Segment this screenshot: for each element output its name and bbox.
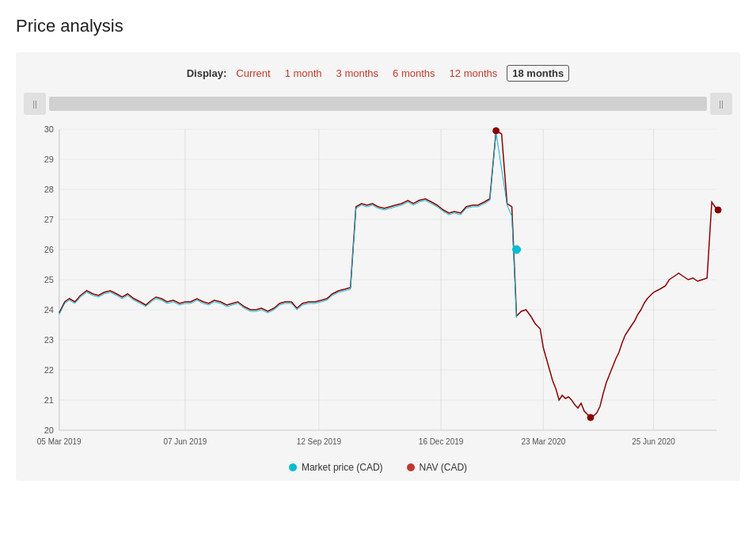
btn-12months[interactable]: 12 months [445,66,503,81]
page-title: Price analysis [16,16,740,36]
nav-dot-peak [493,128,500,134]
svg-text:21: 21 [44,395,54,405]
btn-3months[interactable]: 3 months [332,66,383,81]
nav-dot-trough [587,414,594,421]
nav-line [59,131,718,417]
svg-text:25: 25 [44,275,54,284]
svg-text:20: 20 [44,425,54,435]
legend-row: Market price (CAD) NAV (CAD) [24,462,732,473]
page-container: Price analysis Display: Current 1 month … [0,0,756,489]
legend-market-price: Market price (CAD) [289,462,383,473]
svg-text:12 Sep 2019: 12 Sep 2019 [297,437,342,446]
legend-dot-market-price [289,463,297,471]
slider-track[interactable] [49,97,707,111]
svg-text:22: 22 [44,365,54,375]
btn-18months[interactable]: 18 months [507,65,569,82]
legend-market-price-label: Market price (CAD) [302,462,383,473]
legend-nav: NAV (CAD) [407,462,467,473]
svg-text:23: 23 [44,335,54,345]
chart-area: 30 29 28 27 26 25 24 23 22 21 20 [24,121,732,454]
nav-dot-recent [715,207,721,213]
svg-text:26: 26 [44,245,54,254]
svg-text:23 Mar 2020: 23 Mar 2020 [521,437,565,446]
svg-text:25 Jun 2020: 25 Jun 2020 [632,437,675,446]
slider-left-handle[interactable]: || [24,93,46,115]
btn-current[interactable]: Current [231,66,275,81]
btn-6months[interactable]: 6 months [388,66,439,81]
market-dot [513,246,521,254]
svg-text:05 Mar 2019: 05 Mar 2019 [37,437,82,446]
chart-wrapper: Display: Current 1 month 3 months 6 mont… [16,52,740,481]
market-price-line [59,132,517,318]
price-chart: 30 29 28 27 26 25 24 23 22 21 20 [24,121,732,454]
legend-nav-label: NAV (CAD) [420,462,467,473]
y-axis: 30 29 28 27 26 25 24 23 22 21 20 [44,124,716,435]
svg-text:30: 30 [44,124,54,134]
svg-text:28: 28 [44,185,54,194]
display-row: Display: Current 1 month 3 months 6 mont… [24,65,732,82]
btn-1month[interactable]: 1 month [280,66,327,81]
display-label: Display: [187,67,227,79]
svg-text:24: 24 [44,305,54,315]
svg-text:27: 27 [44,215,54,224]
svg-text:07 Jun 2019: 07 Jun 2019 [163,437,207,446]
svg-text:29: 29 [44,154,54,164]
slider-right-handle[interactable]: || [710,93,732,115]
legend-dot-nav [407,463,415,471]
svg-text:16 Dec 2019: 16 Dec 2019 [419,437,464,446]
slider-row: || || [24,93,732,115]
